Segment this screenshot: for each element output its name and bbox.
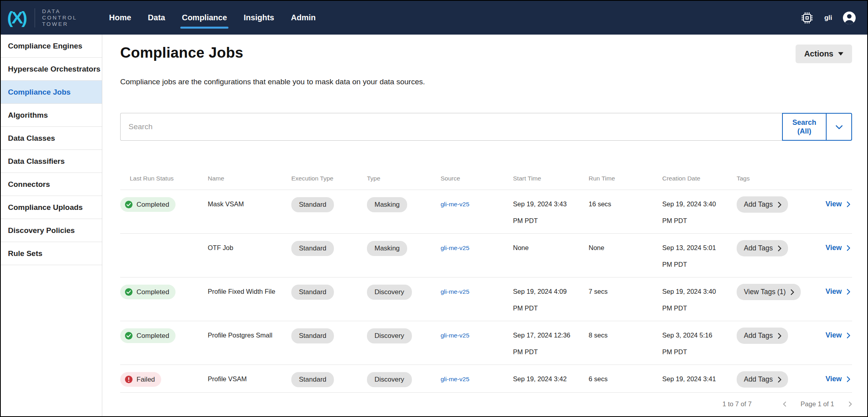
execution-type-pill: Standard (291, 372, 334, 387)
sidebar-item-compliance-jobs[interactable]: Compliance Jobs (1, 81, 102, 104)
chip-icon[interactable] (800, 11, 814, 25)
delphix-logo-icon: (X) (7, 10, 26, 26)
col-header-type: Type (367, 175, 441, 182)
brand-line: TOWER (42, 21, 68, 27)
creation-date: Sep 19, 2024 3:40PM PDT (662, 282, 737, 321)
tags-label: Add Tags (744, 200, 773, 209)
run-time: None (589, 239, 662, 277)
chevron-right-icon (790, 289, 794, 295)
sidebar-item-connectors[interactable]: Connectors (1, 173, 102, 196)
job-name: Profile VSAM (208, 370, 291, 392)
sidebar-item-compliance-engines[interactable]: Compliance Engines (1, 35, 102, 58)
tags-label: View Tags (1) (744, 288, 786, 296)
creation-date: Sep 13, 2024 5:01PM PDT (662, 239, 737, 277)
chevron-right-icon (847, 201, 850, 208)
tags-button[interactable]: Add Tags (737, 196, 788, 213)
brand-logo: (X) DATA CONTROL TOWER (7, 8, 102, 27)
col-header-last-run-status: Last Run Status (120, 175, 208, 182)
table-row: Completed Mask VSAM Standard Masking gli… (120, 190, 852, 233)
sidebar: Compliance Engines Hyperscale Orchestrat… (1, 35, 102, 416)
run-time: 6 secs (589, 370, 662, 392)
run-time: 7 secs (589, 282, 662, 321)
execution-type-pill: Standard (291, 197, 334, 212)
actions-button[interactable]: Actions (796, 45, 852, 63)
page-indicator: Page 1 of 1 (801, 400, 834, 408)
chevron-down-icon (834, 122, 844, 132)
app-window: (X) DATA CONTROL TOWER Home Data Complia… (0, 0, 868, 417)
nav-item-insights[interactable]: Insights (243, 11, 275, 25)
avatar-icon[interactable] (843, 11, 856, 25)
row-range-label: 1 to 7 of 7 (722, 400, 751, 408)
col-header-name: Name (208, 175, 291, 182)
col-header-start-time: Start Time (513, 175, 589, 182)
creation-date: Sep 3, 2024 5:16PM PDT (662, 326, 737, 365)
job-name: Profile Postgres Small (208, 326, 291, 365)
nav-item-home[interactable]: Home (108, 11, 132, 25)
status-label: Failed (137, 376, 155, 384)
chevron-right-icon (847, 376, 850, 382)
tags-button[interactable]: Add Tags (737, 371, 788, 388)
source-link[interactable]: gli-me-v25 (441, 288, 469, 295)
run-time: 8 secs (589, 326, 662, 365)
view-label: View (825, 239, 842, 257)
execution-type-pill: Standard (291, 285, 334, 300)
sidebar-item-data-classifiers[interactable]: Data Classifiers (1, 150, 102, 173)
actions-label: Actions (804, 49, 833, 58)
chevron-left-icon (783, 401, 786, 407)
col-header-run-time: Run Time (589, 175, 662, 182)
chevron-right-icon (848, 401, 852, 407)
brand-line: DATA (42, 8, 61, 14)
sidebar-item-data-classes[interactable]: Data Classes (1, 127, 102, 150)
view-link[interactable]: View (825, 282, 850, 301)
chevron-right-icon (778, 333, 782, 339)
start-time: Sep 19, 2024 3:43PM PDT (513, 195, 589, 233)
table-row: Failed Profile VSAM Standard Discovery g… (120, 365, 852, 392)
search-all-button[interactable]: Search (All) (782, 113, 827, 141)
next-page-button[interactable] (848, 401, 852, 407)
source-link[interactable]: gli-me-v25 (441, 244, 469, 251)
view-link[interactable]: View (825, 239, 850, 257)
tags-label: Add Tags (744, 244, 773, 252)
status-label: Completed (137, 201, 169, 209)
sidebar-item-hyperscale-orchestrators[interactable]: Hyperscale Orchestrators (1, 58, 102, 81)
view-link[interactable]: View (825, 370, 850, 388)
search-input[interactable] (120, 113, 782, 141)
chevron-right-icon (778, 202, 782, 208)
start-time: Sep 19, 2024 4:09PM PDT (513, 282, 589, 321)
view-link[interactable]: View (825, 195, 850, 213)
col-header-source: Source (441, 175, 513, 182)
nav-item-data[interactable]: Data (147, 11, 166, 25)
sidebar-item-discovery-policies[interactable]: Discovery Policies (1, 219, 102, 242)
type-pill: Masking (367, 241, 407, 256)
col-header-creation-date: Creation Date (662, 175, 737, 182)
table-header: Last Run Status Name Execution Type Type… (120, 167, 852, 190)
tags-button[interactable]: Add Tags (737, 328, 788, 344)
tags-button[interactable]: Add Tags (737, 240, 788, 256)
chevron-right-icon (778, 376, 782, 383)
source-link[interactable]: gli-me-v25 (441, 376, 469, 382)
source-link[interactable]: gli-me-v25 (441, 332, 469, 339)
source-link[interactable]: gli-me-v25 (441, 201, 469, 208)
table-footer: 1 to 7 of 7 Page 1 of 1 (120, 392, 852, 415)
start-time: None (513, 239, 589, 277)
search-button-label: Search (792, 118, 816, 126)
execution-type-pill: Standard (291, 241, 334, 256)
check-circle-icon (125, 332, 133, 340)
chevron-right-icon (847, 289, 850, 295)
sidebar-item-algorithms[interactable]: Algorithms (1, 104, 102, 127)
job-name: Mask VSAM (208, 195, 291, 233)
sidebar-item-rule-sets[interactable]: Rule Sets (1, 242, 102, 265)
search-button-scope: (All) (798, 127, 811, 135)
prev-page-button[interactable] (783, 401, 786, 407)
view-link[interactable]: View (825, 326, 850, 345)
type-pill: Discovery (367, 328, 412, 343)
chevron-right-icon (847, 332, 850, 339)
tags-button[interactable]: View Tags (1) (737, 284, 801, 300)
brand-name: DATA CONTROL TOWER (42, 8, 77, 27)
nav-item-admin[interactable]: Admin (290, 11, 316, 25)
sidebar-item-compliance-uploads[interactable]: Compliance Uploads (1, 196, 102, 219)
nav-item-compliance[interactable]: Compliance (181, 11, 228, 25)
type-pill: Masking (367, 197, 407, 212)
main-content: Compliance Jobs Actions Compliance jobs … (102, 35, 867, 416)
search-scope-dropdown[interactable] (826, 113, 852, 141)
